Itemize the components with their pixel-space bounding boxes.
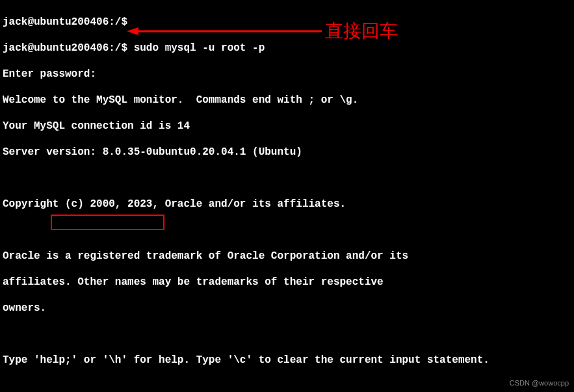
command-line: jack@ubuntu200406:/$ sudo mysql -u root … [3,42,571,55]
terminal-output[interactable]: jack@ubuntu200406:/$ jack@ubuntu200406:/… [3,3,571,392]
trademark-line-3: owners. [3,302,571,315]
watermark-text: CSDN @wowocpp [510,379,569,388]
blank-line [3,328,571,341]
trademark-line-2: affiliates. Other names may be trademark… [3,276,571,289]
blank-line [3,172,571,185]
blank-line [3,380,571,392]
copyright-line: Copyright (c) 2000, 2023, Oracle and/or … [3,198,571,211]
prompt-line: jack@ubuntu200406:/$ [3,16,571,29]
blank-line [3,224,571,237]
help-line: Type 'help;' or '\h' for help. Type '\c'… [3,354,571,367]
connection-id-line: Your MySQL connection id is 14 [3,120,571,133]
trademark-line-1: Oracle is a registered trademark of Orac… [3,250,571,263]
server-version-line: Server version: 8.0.35-0ubuntu0.20.04.1 … [3,146,571,159]
password-prompt: Enter password: [3,68,571,81]
welcome-line: Welcome to the MySQL monitor. Commands e… [3,94,571,107]
